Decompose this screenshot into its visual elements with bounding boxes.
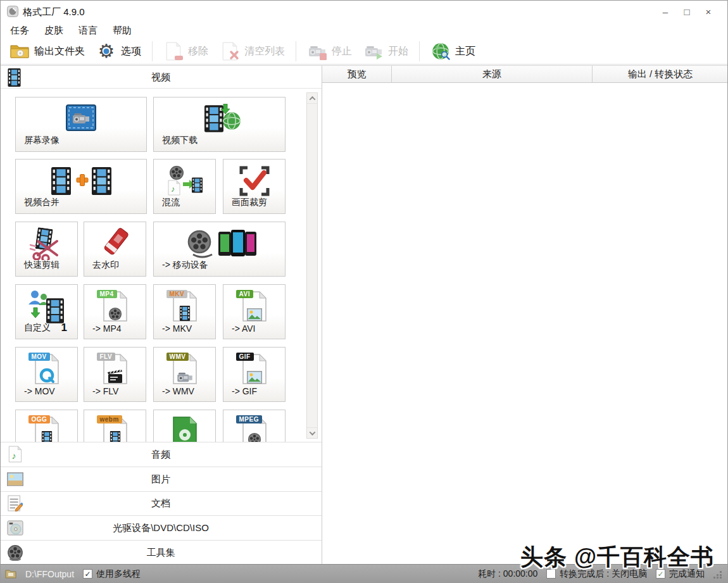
category-optical-dvd[interactable]: 光驱设备\DVD\CD\ISO (0, 515, 322, 540)
category-toolset[interactable]: 工具集 (0, 540, 322, 565)
start-label: 开始 (388, 45, 408, 58)
avi-doc-icon: AVI (223, 288, 285, 325)
video-merge-icon (16, 163, 146, 199)
clear-list-button[interactable]: 清空列表 (214, 39, 291, 64)
multithread-checkbox[interactable]: ✓ (83, 569, 92, 579)
tile-remove-watermark[interactable]: 去水印 (84, 222, 146, 277)
remove-label: 移除 (188, 45, 208, 58)
tile-to-mp4[interactable]: MP4 -> MP4 (84, 284, 146, 339)
mpeg-tag: MPEG (236, 415, 262, 423)
stop-icon (307, 41, 327, 61)
tile-label: -> GIF (232, 386, 257, 396)
screen-record-icon (16, 101, 146, 137)
tile-video-merge[interactable]: 视频合并 (15, 159, 147, 214)
category-accordion: ♪ 音频 图片 文档 (0, 442, 322, 565)
multithread-checkbox-label[interactable]: ✓ 使用多线程 (83, 568, 141, 580)
grid-scrollbar[interactable] (306, 92, 318, 439)
maximize-button[interactable]: □ (676, 4, 698, 19)
quick-clip-icon (16, 225, 77, 262)
tile-screen-record[interactable]: 屏幕录像 (15, 97, 147, 152)
title-bar: 格式工厂 4.9.0 – □ × (0, 0, 728, 23)
custom-count-badge: 1 (61, 322, 67, 334)
column-header-output-status[interactable]: 输出 / 转换状态 (593, 66, 728, 82)
video-download-icon (154, 101, 285, 137)
tile-quick-clip[interactable]: 快速剪辑 (15, 222, 78, 277)
tile-label: 快速剪辑 (24, 260, 60, 271)
scroll-up-arrow[interactable] (307, 93, 317, 104)
stop-button[interactable]: 停止 (301, 39, 358, 64)
tile-mobile-device[interactable]: -> 移动设备 (153, 222, 286, 277)
close-button[interactable]: × (698, 4, 719, 19)
eraser-icon (84, 225, 146, 262)
mkv-doc-icon: MKV (154, 288, 215, 325)
tile-label: 视频合并 (24, 197, 60, 208)
ogg-doc-icon: OGG (16, 413, 77, 442)
resize-grip[interactable] (713, 569, 723, 579)
output-path[interactable]: D:\FFOutput (25, 569, 74, 579)
output-folder-button[interactable]: 输出文件夹 (4, 39, 91, 64)
minimize-button[interactable]: – (655, 4, 676, 19)
tile-label: 混流 (162, 197, 180, 208)
tile-crop[interactable]: 画面裁剪 (223, 159, 286, 214)
category-document[interactable]: 文档 (0, 491, 322, 516)
clear-list-icon (220, 41, 240, 61)
tile-to-webm[interactable]: webm (84, 410, 146, 442)
tile-video-download[interactable]: 视频下载 (153, 97, 286, 152)
toolbar-separator (152, 41, 153, 61)
home-button[interactable]: 主页 (425, 39, 481, 64)
queue-panel: 预览 来源 输出 / 转换状态 (322, 66, 728, 565)
avi-tag: AVI (236, 290, 253, 298)
tile-to-avi[interactable]: AVI -> AVI (223, 284, 286, 339)
options-button[interactable]: ⚙ 选项 (91, 39, 147, 64)
mux-icon: ♪ (154, 163, 215, 199)
tile-label: -> AVI (232, 323, 255, 334)
category-picture[interactable]: 图片 (0, 467, 322, 491)
optical-drive-label: 光驱设备\DVD\CD\ISO (0, 522, 322, 534)
gif-doc-icon: GIF (223, 351, 285, 387)
menu-skin[interactable]: 皮肤 (44, 25, 63, 37)
toolbar-separator (296, 41, 296, 61)
svg-text:♪: ♪ (171, 184, 175, 194)
tile-to-gif[interactable]: GIF -> GIF (223, 347, 286, 402)
options-label: 选项 (121, 45, 141, 58)
toolset-label: 工具集 (0, 547, 322, 559)
tile-mux[interactable]: ♪ 混流 (153, 159, 216, 214)
menu-task[interactable]: 任务 (10, 25, 29, 37)
tile-label: -> MP4 (92, 323, 122, 334)
gif-tag: GIF (236, 353, 254, 361)
tile-to-ogg[interactable]: OGG (15, 410, 78, 442)
tile-to-mpeg[interactable]: MPEG (223, 410, 286, 442)
tile-custom[interactable]: 自定义 1 (15, 284, 78, 339)
column-header-preview[interactable]: 预览 (322, 66, 392, 82)
menu-language[interactable]: 语言 (78, 25, 97, 37)
window-controls: – □ × (655, 4, 719, 19)
webm-doc-icon: webm (84, 413, 146, 442)
left-panel: 视频 屏幕录像 (0, 66, 322, 565)
tile-label: 屏幕录像 (24, 135, 60, 146)
tile-label: 自定义 (24, 322, 51, 334)
mpeg-doc-icon: MPEG (223, 413, 285, 442)
menu-bar: 任务 皮肤 语言 帮助 (10, 23, 132, 39)
tile-green-format[interactable] (153, 410, 216, 442)
remove-button[interactable]: 移除 (158, 39, 214, 64)
tile-to-wmv[interactable]: WMV -> WMV (153, 347, 216, 402)
output-folder-small-icon[interactable] (5, 569, 16, 579)
tile-to-mov[interactable]: MOV -> MOV (15, 347, 78, 402)
tile-to-mkv[interactable]: MKV -> MKV (153, 284, 216, 339)
start-button[interactable]: 开始 (358, 39, 414, 64)
tile-to-flv[interactable]: FLV -> FLV (84, 347, 146, 402)
menu-help[interactable]: 帮助 (113, 25, 132, 37)
category-audio[interactable]: ♪ 音频 (0, 442, 322, 467)
mov-tag: MOV (28, 353, 50, 361)
column-header-source[interactable]: 来源 (392, 66, 593, 82)
mp4-tag: MP4 (97, 290, 117, 298)
flv-tag: FLV (97, 353, 116, 361)
queue-empty-area (322, 83, 728, 565)
main-area: 视频 屏幕录像 (0, 65, 728, 564)
ogg-tag: OGG (28, 415, 51, 423)
category-header-video[interactable]: 视频 (0, 66, 322, 89)
multithread-text: 使用多线程 (96, 568, 141, 580)
window-title: 格式工厂 4.9.0 (23, 6, 85, 18)
scroll-down-arrow[interactable] (307, 427, 317, 438)
wmv-doc-icon: WMV (154, 351, 215, 387)
